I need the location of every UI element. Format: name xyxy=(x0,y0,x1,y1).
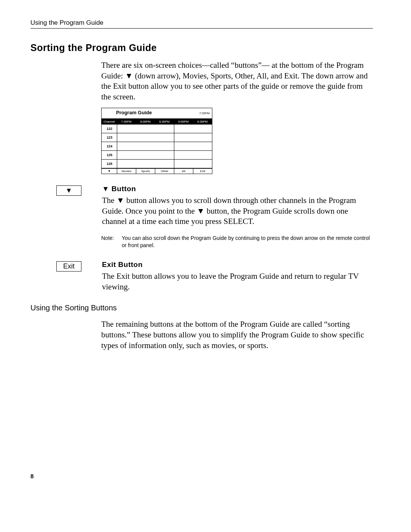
down-arrow-icon: ▼ xyxy=(65,187,72,194)
guide-exit-button[interactable]: Exit xyxy=(193,169,212,174)
note: Note: You can also scroll down the Progr… xyxy=(101,235,373,249)
guide-clock: 7:35PM xyxy=(199,112,210,115)
guide-other-button[interactable]: Other xyxy=(155,169,174,174)
down-button-body: The ▼ button allows you to scroll down t… xyxy=(102,195,373,227)
guide-title: Program Guide xyxy=(105,110,199,115)
guide-down-button[interactable]: ▼ xyxy=(102,169,117,174)
guide-col-channel: Channel xyxy=(102,119,117,124)
section-title: Sorting the Program Guide xyxy=(30,42,373,53)
sorting-body: The remaining buttons at the bottom of t… xyxy=(101,319,373,351)
guide-movies-button[interactable]: Movies xyxy=(117,169,136,174)
guide-channel: 125 xyxy=(102,150,117,159)
down-button-heading: ▼ Button xyxy=(102,185,373,193)
guide-channel: 122 xyxy=(102,124,117,133)
down-arrow-margin-icon: ▼ xyxy=(56,185,81,196)
guide-all-button[interactable]: All xyxy=(174,169,193,174)
guide-footer: ▼ Movies Sports Other All Exit xyxy=(102,168,212,174)
page: Using the Program Guide Sorting the Prog… xyxy=(0,0,411,499)
running-header: Using the Program Guide xyxy=(30,19,373,27)
guide-timeslot: 9:30PM xyxy=(193,119,212,124)
guide-sports-button[interactable]: Sports xyxy=(136,169,155,174)
page-number: 8 xyxy=(30,473,373,480)
guide-channel: 126 xyxy=(102,159,117,168)
guide-channel: 123 xyxy=(102,133,117,142)
guide-timeslot: 8:00PM xyxy=(136,119,155,124)
guide-timeslot: 8:30PM xyxy=(155,119,174,124)
guide-timeslot: 7:30PM xyxy=(117,119,136,124)
note-text: You can also scroll down the Program Gui… xyxy=(122,235,373,249)
note-label: Note: xyxy=(101,235,122,249)
sorting-heading: Using the Sorting Buttons xyxy=(30,304,373,312)
exit-button-body: The Exit button allows you to leave the … xyxy=(102,271,373,292)
guide-channel: 124 xyxy=(102,142,117,150)
exit-button-heading: Exit Button xyxy=(102,260,373,269)
exit-margin-icon: Exit xyxy=(56,261,81,272)
guide-grid: Channel 7:30PM 8:00PM 8:30PM 9:00PM 9:30… xyxy=(102,119,212,168)
guide-timeslot: 9:00PM xyxy=(174,119,193,124)
intro-paragraph: There are six on-screen choices—called “… xyxy=(101,60,373,102)
header-rule xyxy=(30,28,373,29)
program-guide-figure: Program Guide 7:35PM Channel 7:30PM 8:00… xyxy=(101,108,373,174)
